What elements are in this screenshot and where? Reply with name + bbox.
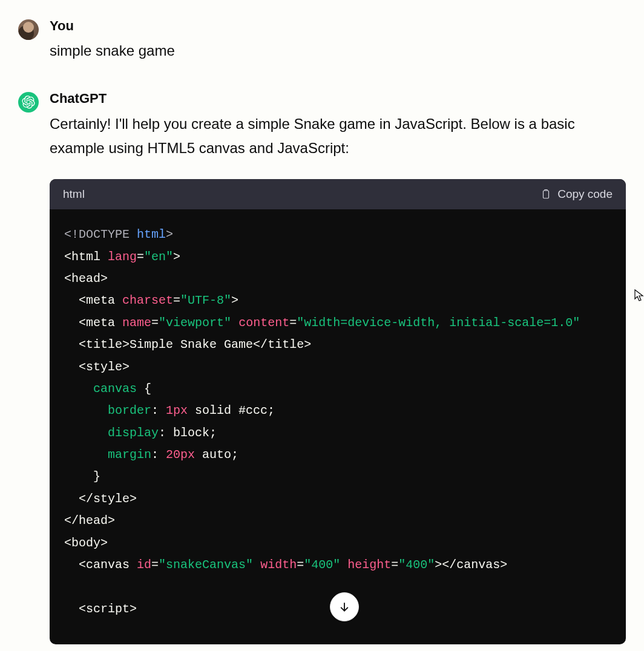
code-content[interactable]: <!DOCTYPE html> <html lang="en"> <head> … xyxy=(50,209,626,644)
copy-code-button[interactable]: Copy code xyxy=(540,188,613,201)
copy-code-label: Copy code xyxy=(557,188,613,201)
assistant-avatar xyxy=(18,92,39,113)
clipboard-icon xyxy=(540,188,551,200)
code-language-label: html xyxy=(63,188,85,201)
assistant-intro-text: Certainly! I'll help you create a simple… xyxy=(50,112,626,162)
svg-rect-0 xyxy=(544,191,549,198)
user-avatar xyxy=(18,19,39,40)
openai-logo-icon xyxy=(22,96,35,109)
scroll-to-bottom-button[interactable] xyxy=(330,592,359,621)
code-block: html Copy code <!DOCTYPE html> <html lan… xyxy=(50,179,626,644)
user-sender-label: You xyxy=(50,18,626,34)
code-block-header: html Copy code xyxy=(50,179,626,209)
user-message-text: simple snake game xyxy=(50,39,626,64)
arrow-down-icon xyxy=(338,601,350,613)
user-message: You simple snake game xyxy=(18,18,626,64)
assistant-sender-label: ChatGPT xyxy=(50,91,626,106)
assistant-message: ChatGPT Certainly! I'll help you create … xyxy=(18,91,626,644)
